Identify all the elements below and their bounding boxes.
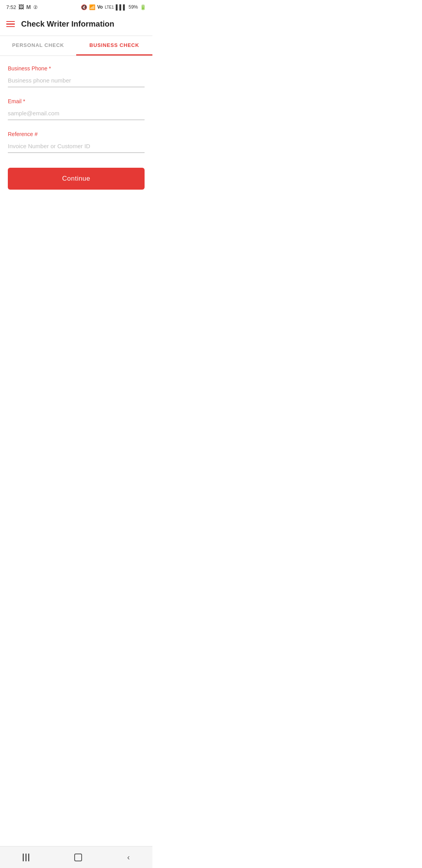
reference-input[interactable] [8,140,145,153]
page-title: Check Writer Information [21,20,114,29]
status-left: 7:52 🖼 M ② [6,4,38,10]
email-input[interactable] [8,108,145,120]
cell-bars-icon: ▌▌▌ [116,4,127,10]
reference-group: Reference # [8,131,145,153]
time-display: 7:52 [6,4,16,10]
shield-icon: ② [33,4,38,10]
battery-icon: 🔋 [140,4,146,10]
business-phone-input[interactable] [8,75,145,87]
lte-icon: LTE1 [105,5,114,9]
wifi-icon: 📶 [89,4,95,10]
tab-bar: PERSONAL CHECK BUSINESS CHECK [0,36,152,56]
tab-business-check[interactable]: BUSINESS CHECK [76,36,152,56]
header: Check Writer Information [0,13,152,36]
battery-percent: 59% [129,4,138,10]
email-group: Email * [8,98,145,120]
hamburger-line-3 [6,26,15,27]
photo-icon: 🖼 [18,4,24,10]
hamburger-menu-button[interactable] [6,21,15,27]
business-phone-group: Business Phone * [8,65,145,87]
status-right: 🔇 📶 Vo LTE1 ▌▌▌ 59% 🔋 [81,4,146,10]
business-phone-required-marker: * [49,65,51,72]
signal-icon: Vo [97,4,103,10]
continue-button[interactable]: Continue [8,168,145,190]
hamburger-line-2 [6,23,15,25]
status-bar: 7:52 🖼 M ② 🔇 📶 Vo LTE1 ▌▌▌ 59% 🔋 [0,0,152,13]
mute-icon: 🔇 [81,4,87,10]
tab-personal-check[interactable]: PERSONAL CHECK [0,36,76,56]
gmail-icon: M [26,4,31,10]
hamburger-line-1 [6,21,15,22]
reference-label: Reference # [8,131,145,137]
business-phone-label: Business Phone * [8,65,145,72]
email-required-marker: * [23,98,25,104]
email-label: Email * [8,98,145,104]
form-section: Business Phone * Email * Reference # Con… [0,56,152,197]
